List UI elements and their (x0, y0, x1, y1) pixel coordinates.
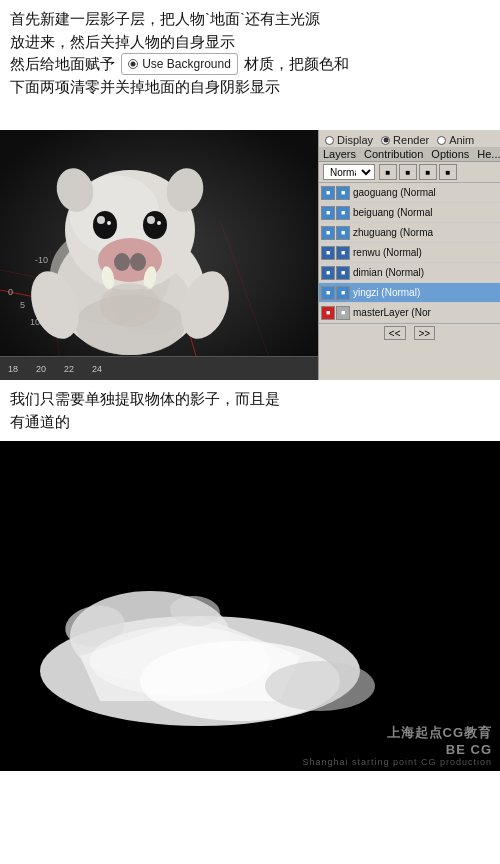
nav-prev-button[interactable]: << (384, 326, 406, 340)
layer-zhuguang-name: zhuguang (Norma (353, 227, 498, 238)
badge-label: Use Background (142, 55, 231, 73)
svg-point-24 (97, 216, 105, 224)
tab-render[interactable]: Render (378, 133, 432, 147)
use-background-badge[interactable]: Use Background (121, 53, 238, 75)
top-text-line4: 下面两项清零并关掉地面的自身阴影显示 (10, 78, 280, 95)
timeline-num-18: 18 (8, 364, 18, 374)
watermark-text-cn: 上海起点CG教育 (387, 725, 493, 740)
svg-text:0: 0 (8, 287, 13, 297)
timeline-strip: 18 20 22 24 (0, 356, 318, 380)
layer-dimian[interactable]: ■ ■ dimian (Normal) (319, 263, 500, 283)
layer-beiguang-name: beiguang (Normal (353, 207, 498, 218)
svg-point-21 (130, 253, 146, 271)
toolbar-icon-3[interactable]: ■ (419, 164, 437, 180)
svg-point-27 (157, 221, 161, 225)
render-radio (381, 136, 390, 145)
layer-renwu-icons: ■ ■ (321, 246, 350, 260)
tab-anim[interactable]: Anim (434, 133, 477, 147)
rp-toolbar: Normal ■ ■ ■ ■ (319, 162, 500, 183)
svg-point-35 (100, 283, 160, 327)
middle-text-line1: 我们只需要单独提取物体的影子，而且是 (10, 390, 280, 407)
subheader-contribution: Contribution (364, 148, 423, 160)
layer-eye-icon: ■ (321, 246, 335, 260)
timeline-num-24: 24 (92, 364, 102, 374)
3d-viewport[interactable]: 0 5 10 -5 -10 5 -10 (0, 130, 318, 380)
layer-color-icon: ■ (336, 226, 350, 240)
layer-color-icon: ■ (336, 246, 350, 260)
layer-color-icon: ■ (336, 266, 350, 280)
layer-eye-icon: ■ (321, 186, 335, 200)
shadow-preview: 上海起点CG教育 BE CG Shanghai starting point C… (0, 441, 500, 771)
anim-radio (437, 136, 446, 145)
toolbar-icon-2[interactable]: ■ (399, 164, 417, 180)
watermark-subtitle: Shanghai starting point CG production (302, 757, 492, 767)
layer-eye-icon: ■ (321, 226, 335, 240)
layer-dimian-icons: ■ ■ (321, 266, 350, 280)
layer-eye-icon: ■ (321, 286, 335, 300)
layer-renwu-name: renwu (Normal) (353, 247, 498, 258)
layer-beiguang-icons: ■ ■ (321, 206, 350, 220)
layer-gaoguang[interactable]: ■ ■ gaoguang (Normal (319, 183, 500, 203)
right-panel: Display Render Anim Layers Contribution … (318, 130, 500, 380)
radio-icon (128, 59, 138, 69)
rp-bottom-nav: << >> (319, 323, 500, 342)
icon-group: ■ ■ ■ ■ (379, 164, 457, 180)
watermark-logo-cn: 上海起点CG教育 (387, 724, 493, 742)
layer-beiguang[interactable]: ■ ■ beiguang (Normal (319, 203, 500, 223)
subheader-options: Options (431, 148, 469, 160)
top-text-line3b: 材质，把颜色和 (244, 55, 349, 72)
toolbar-icon-4[interactable]: ■ (439, 164, 457, 180)
top-text-line1: 首先新建一层影子层，把人物`地面`还有主光源 (10, 10, 320, 27)
layer-yingzi-name: yingzi (Normal) (353, 287, 498, 298)
svg-point-43 (265, 661, 375, 711)
subheader-layers: Layers (323, 148, 356, 160)
viewport-svg: 0 5 10 -5 -10 5 -10 (0, 130, 318, 380)
layer-master-icons: ■ ■ (321, 306, 350, 320)
svg-text:-10: -10 (35, 255, 48, 265)
svg-point-23 (143, 211, 167, 239)
display-radio (325, 136, 334, 145)
svg-point-22 (93, 211, 117, 239)
middle-text-line2: 有通道的 (10, 413, 70, 430)
normal-select[interactable]: Normal (323, 164, 375, 180)
svg-text:5: 5 (20, 300, 25, 310)
tab-display[interactable]: Display (322, 133, 376, 147)
layer-zhuguang-icons: ■ ■ (321, 226, 350, 240)
timeline-num-20: 20 (36, 364, 46, 374)
watermark-text-en: BE CG (446, 742, 492, 757)
layer-gaoguang-name: gaoguang (Normal (353, 187, 498, 198)
layer-masterlayer[interactable]: ■ ■ masterLayer (Nor (319, 303, 500, 323)
layer-color-icon: ■ (336, 306, 350, 320)
layer-eye-icon: ■ (321, 306, 335, 320)
top-text-line2: 放进来，然后关掉人物的自身显示 (10, 33, 235, 50)
layer-gaoguang-icons: ■ ■ (321, 186, 350, 200)
tab-display-label: Display (337, 134, 373, 146)
rp-tabs: Display Render Anim (319, 130, 500, 147)
layer-dimian-name: dimian (Normal) (353, 267, 498, 278)
svg-point-25 (147, 216, 155, 224)
svg-point-20 (114, 253, 130, 271)
toolbar-icon-1[interactable]: ■ (379, 164, 397, 180)
tab-anim-label: Anim (449, 134, 474, 146)
layer-color-icon: ■ (336, 286, 350, 300)
top-text-section: 首先新建一层影子层，把人物`地面`还有主光源 放进来，然后关掉人物的自身显示 然… (0, 0, 500, 130)
layer-renwu[interactable]: ■ ■ renwu (Normal) (319, 243, 500, 263)
layer-eye-icon: ■ (321, 266, 335, 280)
svg-point-26 (107, 221, 111, 225)
layer-master-name: masterLayer (Nor (353, 307, 498, 318)
viewport-area: 0 5 10 -5 -10 5 -10 (0, 130, 500, 380)
timeline-num-22: 22 (64, 364, 74, 374)
rp-subheader: Layers Contribution Options He... (319, 147, 500, 162)
layer-zhuguang[interactable]: ■ ■ zhuguang (Norma (319, 223, 500, 243)
layer-color-icon: ■ (336, 186, 350, 200)
watermark-logo-en: BE CG (446, 742, 492, 757)
tab-render-label: Render (393, 134, 429, 146)
middle-text-section: 我们只需要单独提取物体的影子，而且是 有通道的 (0, 380, 500, 441)
layer-yingzi[interactable]: ■ ■ yingzi (Normal) (319, 283, 500, 303)
layer-color-icon: ■ (336, 206, 350, 220)
top-text-line3: 然后给地面赋予 (10, 55, 115, 72)
nav-next-button[interactable]: >> (414, 326, 436, 340)
watermark: 上海起点CG教育 BE CG Shanghai starting point C… (294, 720, 500, 771)
svg-point-44 (90, 626, 270, 696)
subheader-he: He... (477, 148, 500, 160)
